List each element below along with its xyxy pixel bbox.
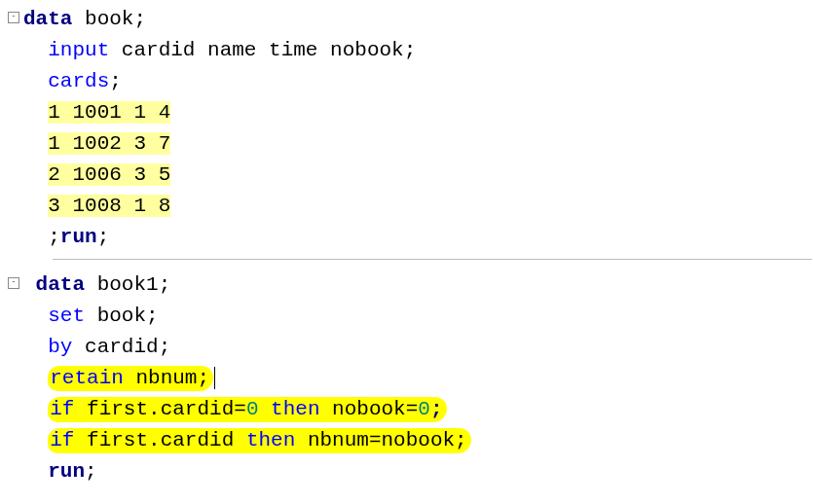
semicolon: ; (430, 398, 443, 420)
code-text: book; (72, 8, 146, 30)
keyword-input: input (48, 39, 109, 61)
number-zero: 0 (418, 398, 430, 420)
keyword-cards: cards (48, 70, 109, 92)
keyword-set: set (48, 305, 85, 327)
semicolon: ; (85, 460, 97, 483)
code-editor[interactable]: -data book; input cardid name time noboo… (0, 0, 813, 487)
text-cursor (214, 367, 215, 389)
data-row: 1 1002 3 7 (48, 132, 170, 155)
keyword-if: if (50, 429, 74, 451)
code-line: run; (8, 456, 813, 487)
code-text: first.cardid= (74, 398, 245, 420)
keyword-data: data (23, 8, 72, 30)
keyword-by: by (48, 336, 72, 358)
semicolon: ; (109, 70, 122, 92)
code-line: if first.cardid=0 then nobook=0; (8, 394, 813, 425)
code-line: ;run; (8, 222, 813, 253)
code-line: -data book; (8, 4, 813, 35)
keyword-then: then (258, 398, 319, 420)
keyword-run: run (60, 226, 97, 248)
data-row: 3 1008 1 8 (48, 195, 170, 217)
keyword-then: then (246, 429, 295, 451)
keyword-run: run (48, 460, 85, 483)
code-text: first.cardid (74, 429, 245, 451)
code-line: set book; (8, 301, 813, 332)
code-text: nobook= (320, 398, 419, 420)
highlight: retain nbnum; (48, 366, 213, 391)
code-text: nbnum=nobook; (295, 429, 466, 451)
keyword-if: if (50, 398, 74, 420)
keyword-retain: retain (50, 367, 124, 389)
semicolon: ; (97, 226, 110, 248)
fold-toggle-icon[interactable]: - (8, 12, 19, 23)
code-line: 1 1001 1 4 (8, 97, 813, 128)
data-row: 1 1001 1 4 (48, 101, 170, 124)
code-text: book1; (85, 273, 170, 296)
code-line: cards; (8, 66, 813, 97)
data-row: 2 1006 3 5 (48, 163, 170, 186)
code-text: cardid name time nobook; (109, 39, 416, 61)
semicolon: ; (48, 226, 60, 248)
code-line: if first.cardid then nbnum=nobook; (8, 425, 813, 456)
block-separator (53, 259, 812, 260)
code-line: by cardid; (8, 332, 813, 363)
code-text: nbnum; (124, 367, 209, 389)
code-line: 1 1002 3 7 (8, 128, 813, 160)
code-line: - data book1; (8, 270, 813, 301)
code-line: retain nbnum; (8, 363, 813, 394)
fold-toggle-icon[interactable]: - (8, 277, 19, 289)
keyword-data: data (36, 273, 85, 296)
number-zero: 0 (246, 398, 259, 420)
code-line: 2 1006 3 5 (8, 160, 813, 191)
code-text: book; (85, 305, 159, 327)
highlight: if first.cardid then nbnum=nobook; (48, 428, 471, 453)
code-text: cardid; (72, 336, 170, 358)
code-line: 3 1008 1 8 (8, 191, 813, 222)
code-line: input cardid name time nobook; (8, 35, 813, 66)
highlight: if first.cardid=0 then nobook=0; (48, 397, 446, 422)
